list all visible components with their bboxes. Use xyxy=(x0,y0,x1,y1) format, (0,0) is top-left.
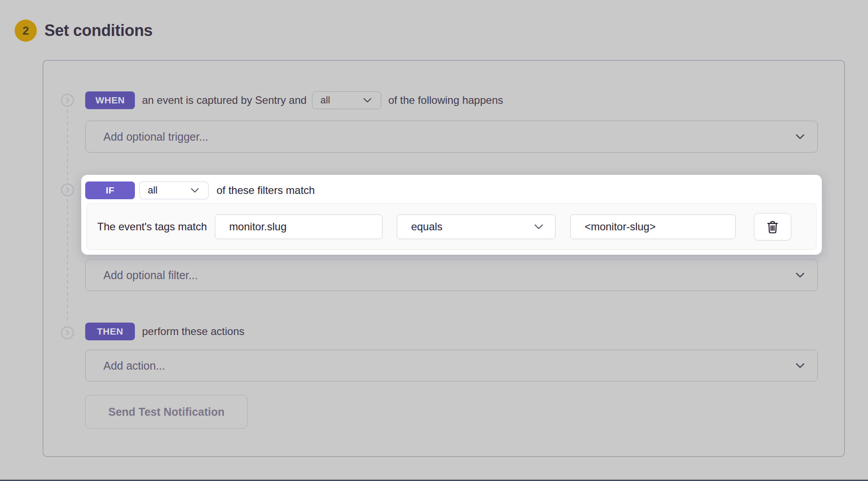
if-match-select-value: all xyxy=(148,185,158,196)
then-badge: THEN xyxy=(85,323,135,340)
operator-select[interactable]: equals xyxy=(397,214,556,239)
tag-value-input[interactable] xyxy=(570,214,736,239)
step-number: 2 xyxy=(23,24,29,38)
alert-rule-set-conditions-page: 2 Set conditions WHEN an event is captur… xyxy=(0,0,868,481)
filter-label: The event's tags match xyxy=(97,221,207,233)
then-text-after: perform these actions xyxy=(142,325,245,338)
add-optional-filter-placeholder: Add optional filter... xyxy=(103,269,198,282)
when-row: WHEN an event is captured by Sentry and … xyxy=(85,91,503,109)
chevron-down-icon xyxy=(189,184,201,197)
if-text-after: of these filters match xyxy=(217,184,315,197)
add-action-placeholder: Add action... xyxy=(103,359,165,372)
if-badge: IF xyxy=(85,181,135,199)
when-match-select-value: all xyxy=(320,95,330,106)
step-number-badge: 2 xyxy=(15,20,37,42)
chevron-down-icon xyxy=(361,94,374,106)
when-match-select[interactable]: all xyxy=(312,91,381,109)
add-optional-filter-select[interactable]: Add optional filter... xyxy=(85,259,818,291)
page-title: Set conditions xyxy=(44,21,153,40)
then-row: THEN perform these actions xyxy=(85,323,245,340)
connector-dashed-line xyxy=(67,110,68,181)
trash-icon xyxy=(765,219,780,234)
connector-dashed-line xyxy=(67,199,68,323)
chevron-down-icon xyxy=(793,268,807,282)
add-optional-trigger-placeholder: Add optional trigger... xyxy=(103,130,208,143)
tag-key-input[interactable] xyxy=(215,214,383,239)
if-match-select[interactable]: all xyxy=(139,181,209,199)
filter-condition-row: The event's tags match equals xyxy=(87,203,817,250)
if-row: IF all of these filters match xyxy=(85,181,315,200)
when-text-before: an event is captured by Sentry and xyxy=(142,94,307,106)
chevron-down-icon xyxy=(793,130,807,143)
if-section-chevron-right-circle-icon xyxy=(61,183,74,197)
step-header: 2 Set conditions xyxy=(15,20,153,42)
chevron-down-icon xyxy=(532,220,545,233)
when-section-chevron-right-circle-icon xyxy=(61,94,74,107)
when-text-after: of the following happens xyxy=(388,94,503,106)
chevron-down-icon xyxy=(793,359,807,372)
delete-filter-button[interactable] xyxy=(754,213,791,240)
send-test-notification-button[interactable]: Send Test Notification xyxy=(85,395,248,429)
add-action-select[interactable]: Add action... xyxy=(85,350,818,382)
add-optional-trigger-select[interactable]: Add optional trigger... xyxy=(85,121,818,153)
then-section-chevron-right-circle-icon xyxy=(61,326,74,339)
operator-select-value: equals xyxy=(411,221,442,233)
when-badge: WHEN xyxy=(85,91,135,109)
